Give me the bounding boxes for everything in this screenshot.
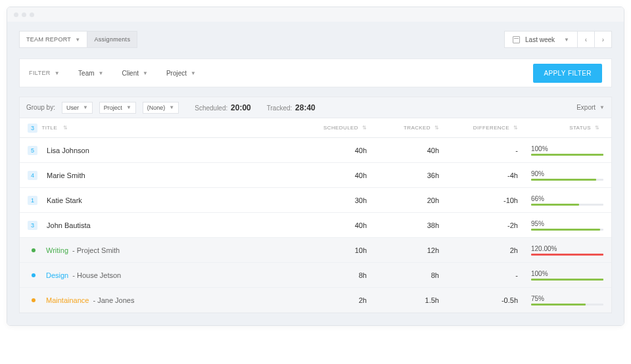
header-tracked-label: TRACKED xyxy=(404,125,431,131)
chevron-down-icon: ▼ xyxy=(83,104,88,110)
window-dot xyxy=(14,12,18,17)
app-window: TEAM REPORT ▼ Assignments Last week ▼ ‹ … xyxy=(7,7,624,326)
status-percent-label: 100% xyxy=(531,270,603,277)
row-diff: - xyxy=(439,147,518,154)
row-tracked: 40h xyxy=(367,147,439,154)
chevron-down-icon: ▼ xyxy=(599,104,605,110)
team-filter-label: Team xyxy=(78,70,94,77)
titlebar xyxy=(7,7,624,22)
chevron-left-icon: ‹ xyxy=(585,36,587,43)
chevron-down-icon: ▼ xyxy=(564,37,569,43)
assignments-label: Assignments xyxy=(94,36,130,43)
scheduled-summary-label: Scheduled: xyxy=(195,104,227,112)
row-title-cell: Writing - Project Smith xyxy=(28,246,294,254)
header-tracked[interactable]: TRACKED ⇅ xyxy=(367,125,439,131)
row-count-badge: 4 xyxy=(28,171,37,180)
table-row[interactable]: 5Lisa Johnson40h40h-100% xyxy=(20,138,611,163)
chevron-down-icon: ▼ xyxy=(55,70,60,76)
table-body: 5Lisa Johnson40h40h-100%4Marie Smith40h3… xyxy=(20,138,611,313)
group-by-label: Group by: xyxy=(26,104,55,111)
status-percent-label: 66% xyxy=(531,195,603,202)
client-filter-label: Client xyxy=(122,70,139,77)
header-difference-label: DIFFERENCE xyxy=(473,125,509,131)
status-progress-fill xyxy=(531,204,579,206)
table-row[interactable]: Writing - Project Smith10h12h2h120.00% xyxy=(20,238,611,263)
assignments-tab[interactable]: Assignments xyxy=(87,31,137,48)
header-status[interactable]: STATUS ⇅ xyxy=(518,125,603,131)
row-status-cell: 66% xyxy=(518,195,603,206)
row-user-name: Lisa Johnson xyxy=(47,147,89,154)
status-progress-fill xyxy=(531,254,603,256)
row-scheduled: 2h xyxy=(294,296,367,304)
table-header: 3 TITLE ⇅ SCHEDULED ⇅ TRACKED ⇅ DIFFEREN… xyxy=(20,118,611,138)
team-filter[interactable]: Team ▼ xyxy=(69,70,112,77)
row-title-cell: Maintainance - Jane Jones xyxy=(28,296,294,304)
status-progress-fill xyxy=(531,304,586,306)
table-row[interactable]: 1Katie Stark30h20h-10h66% xyxy=(20,188,611,213)
row-status-cell: 95% xyxy=(518,220,603,231)
header-status-label: STATUS xyxy=(569,125,591,131)
apply-filter-button[interactable]: APPLY FILTER xyxy=(533,64,602,83)
sort-icon: ⇅ xyxy=(434,125,439,131)
sort-icon: ⇅ xyxy=(595,125,599,131)
row-scheduled: 30h xyxy=(294,196,367,204)
report-tabs: TEAM REPORT ▼ Assignments xyxy=(19,31,137,48)
client-filter[interactable]: Client ▼ xyxy=(112,70,157,77)
row-user-name: Katie Stark xyxy=(47,196,82,204)
row-diff: - xyxy=(439,271,518,279)
header-title[interactable]: 3 TITLE ⇅ xyxy=(28,124,294,133)
row-status-cell: 100% xyxy=(518,270,603,281)
status-progress-bar xyxy=(531,254,603,256)
tracked-summary: Tracked: 28:40 xyxy=(267,103,316,112)
header-scheduled[interactable]: SCHEDULED ⇅ xyxy=(294,125,367,131)
row-diff: -10h xyxy=(439,196,518,204)
table-row[interactable]: 3John Bautista40h38h-2h95% xyxy=(20,213,611,238)
filter-dropdown[interactable]: FILTER ▼ xyxy=(29,70,69,76)
status-progress-fill xyxy=(531,179,596,181)
project-filter[interactable]: Project ▼ xyxy=(157,70,205,77)
calendar-icon xyxy=(513,36,520,43)
top-toolbar: TEAM REPORT ▼ Assignments Last week ▼ ‹ … xyxy=(19,31,612,48)
row-user-name: Marie Smith xyxy=(47,171,85,179)
table-row[interactable]: 4Marie Smith40h36h-4h90% xyxy=(20,163,611,188)
team-report-dropdown[interactable]: TEAM REPORT ▼ xyxy=(19,31,87,48)
group-select-1[interactable]: User ▼ xyxy=(62,102,93,114)
project-color-dot xyxy=(32,298,35,302)
status-progress-bar xyxy=(531,279,603,281)
window-dot xyxy=(30,12,34,17)
project-color-dot xyxy=(32,273,35,277)
row-tracked: 12h xyxy=(367,246,439,254)
tracked-summary-label: Tracked: xyxy=(267,104,292,112)
report-panel: Group by: User ▼ Project ▼ (None) ▼ Sche… xyxy=(19,97,612,313)
date-range-dropdown[interactable]: Last week ▼ xyxy=(504,31,578,48)
next-button[interactable]: › xyxy=(595,31,612,48)
row-project-suffix: - Jane Jones xyxy=(93,296,134,304)
row-title-cell: 5Lisa Johnson xyxy=(28,146,294,155)
row-project-name: Writing xyxy=(46,246,68,254)
date-range-label: Last week xyxy=(525,36,555,43)
header-difference[interactable]: DIFFERENCE ⇅ xyxy=(439,125,518,131)
row-tracked: 36h xyxy=(367,171,439,179)
table-row[interactable]: Design - House Jetson8h8h-100% xyxy=(20,263,611,288)
row-tracked: 1.5h xyxy=(367,296,439,304)
row-title-cell: 4Marie Smith xyxy=(28,171,294,180)
group-bar: Group by: User ▼ Project ▼ (None) ▼ Sche… xyxy=(20,97,611,118)
row-diff: 2h xyxy=(439,246,518,254)
row-user-name: John Bautista xyxy=(47,221,91,229)
chevron-right-icon: › xyxy=(602,36,604,43)
row-title-cell: 1Katie Stark xyxy=(28,196,294,205)
prev-button[interactable]: ‹ xyxy=(578,31,595,48)
status-percent-label: 120.00% xyxy=(531,245,603,252)
table-row[interactable]: Maintainance - Jane Jones2h1.5h-0.5h75% xyxy=(20,288,611,313)
export-dropdown[interactable]: Export ▼ xyxy=(576,104,605,111)
status-progress-bar xyxy=(531,229,603,231)
group-select-2[interactable]: Project ▼ xyxy=(99,102,136,114)
filter-bar: FILTER ▼ Team ▼ Client ▼ Project ▼ APPLY… xyxy=(19,58,612,87)
header-scheduled-label: SCHEDULED xyxy=(323,125,358,131)
row-scheduled: 40h xyxy=(294,171,367,179)
group-select-3[interactable]: (None) ▼ xyxy=(143,102,179,114)
row-scheduled: 40h xyxy=(294,147,367,154)
status-progress-bar xyxy=(531,179,603,181)
chevron-down-icon: ▼ xyxy=(169,104,174,110)
status-percent-label: 95% xyxy=(531,220,603,227)
